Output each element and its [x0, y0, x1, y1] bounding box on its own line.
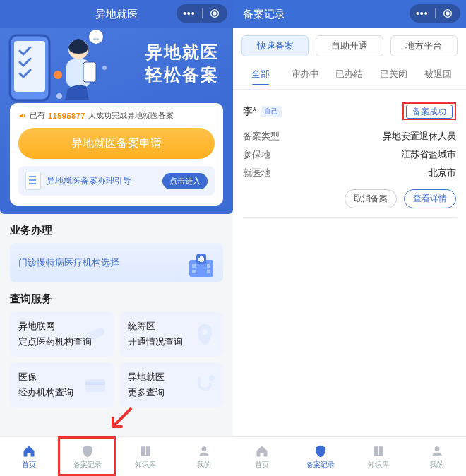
close-icon[interactable] [203, 8, 228, 19]
tab-mine[interactable]: 我的 [175, 437, 234, 476]
count-card: 已有 11595877 人成功完成异地就医备案 异地就医备案申请 异地就医备案办… [10, 103, 223, 206]
svg-point-7 [54, 71, 62, 79]
svg-point-27 [446, 12, 449, 15]
subtab-done[interactable]: 已办结 [328, 64, 372, 85]
svg-rect-16 [192, 264, 196, 268]
tab-bar: 首页 备案记录 知识库 我的 [233, 436, 466, 476]
volume-icon [18, 112, 27, 120]
svg-point-25 [201, 446, 206, 451]
more-icon[interactable]: ••• [410, 8, 435, 19]
left-screen: 异地就医 ••• ... [0, 0, 233, 476]
count-number: 11595877 [48, 112, 85, 120]
svg-point-1 [213, 12, 216, 15]
header: 异地就医 ••• [0, 0, 233, 28]
tab-self-open[interactable]: 自助开通 [316, 35, 383, 56]
book-icon [371, 444, 386, 458]
sub-tabs: 全部 审办中 已办结 已关闭 被退回 [233, 64, 466, 89]
svg-rect-22 [85, 379, 105, 392]
guide-row[interactable]: 异地就医备案办理引导 点击进入 [18, 166, 215, 196]
mini-program-capsule[interactable]: ••• [410, 4, 460, 23]
apply-button[interactable]: 异地就医备案申请 [18, 128, 215, 159]
tab-records[interactable]: 备案记录 [59, 437, 117, 476]
svg-text:...: ... [93, 33, 99, 41]
phone-person-illustration: ... [4, 28, 110, 103]
svg-point-11 [102, 66, 107, 70]
shield-icon [313, 444, 328, 458]
header: 备案记录 ••• [233, 0, 466, 28]
tile-agency-query[interactable]: 医保 经办机构查询 [10, 362, 114, 407]
subtab-all[interactable]: 全部 [239, 64, 283, 85]
card-icon [81, 371, 109, 399]
shield-icon [80, 444, 95, 458]
tile-network-hospital-query[interactable]: 异地联网 定点医药机构查询 [10, 311, 114, 357]
status-badge: 备案成功 [406, 105, 453, 119]
subtab-returned[interactable]: 被退回 [416, 64, 460, 85]
location-icon [191, 320, 219, 348]
svg-rect-18 [207, 264, 210, 268]
tab-quick-record[interactable]: 快速备案 [241, 35, 309, 56]
svg-point-10 [56, 93, 62, 99]
tile-more-query[interactable]: 异地就医 更多查询 [119, 362, 223, 407]
svg-rect-17 [192, 270, 196, 273]
right-screen: 备案记录 ••• 快速备案 自助开通 地方平台 全部 审办中 已办结 已关闭 被… [233, 0, 466, 476]
cancel-record-button[interactable]: 取消备案 [345, 189, 397, 208]
stethoscope-icon [191, 371, 219, 399]
section-title-query: 查询服务 [0, 282, 233, 311]
row-medical-place: 就医地北京市 [243, 164, 456, 182]
svg-point-24 [209, 375, 215, 381]
row-insured-place: 参保地江苏省盐城市 [243, 145, 456, 164]
person-icon [430, 444, 444, 458]
section-title-biz: 业务办理 [0, 214, 233, 243]
guide-enter-button[interactable]: 点击进入 [162, 173, 208, 189]
more-icon[interactable]: ••• [177, 8, 202, 19]
home-icon [255, 444, 269, 458]
hero-banner: ... 异地就医 轻松备案 已有 11595877 人成功完成异地就医备案 异地… [0, 28, 233, 214]
subtab-closed[interactable]: 已关闭 [371, 64, 416, 85]
header-title: 备案记录 [243, 8, 285, 21]
svg-rect-19 [207, 270, 210, 273]
svg-point-21 [202, 329, 208, 335]
record-card: 李* 自己 备案成功 备案类型异地安置退休人员 参保地江苏省盐城市 就医地北京市… [233, 95, 466, 218]
svg-rect-20 [85, 326, 106, 343]
self-tag: 自己 [261, 106, 282, 117]
tab-knowledge[interactable]: 知识库 [116, 437, 175, 476]
red-arrow-icon [106, 405, 134, 434]
home-icon [22, 444, 36, 458]
tile-outpatient-chronic[interactable]: 门诊慢特病医疗机构选择 [10, 243, 223, 282]
tab-home[interactable]: 首页 [0, 437, 59, 476]
svg-rect-6 [83, 62, 96, 82]
tab-knowledge[interactable]: 知识库 [350, 437, 408, 476]
row-record-type: 备案类型异地安置退休人员 [243, 127, 456, 145]
guide-text: 异地就医备案办理引导 [47, 175, 157, 187]
view-detail-button[interactable]: 查看详情 [404, 189, 456, 208]
document-icon [25, 172, 41, 190]
subtab-processing[interactable]: 审办中 [283, 64, 328, 85]
tab-mine[interactable]: 我的 [408, 437, 467, 476]
tab-local-platform[interactable]: 地方平台 [390, 35, 458, 56]
tab-bar: 首页 备案记录 知识库 我的 [0, 436, 233, 476]
top-tabs: 快速备案 自助开通 地方平台 [233, 28, 466, 64]
svg-point-28 [434, 446, 439, 451]
record-name: 李* 自己 [243, 105, 282, 118]
pill-icon [81, 320, 109, 348]
svg-rect-15 [198, 258, 204, 261]
close-icon[interactable] [436, 8, 461, 19]
tab-home[interactable]: 首页 [233, 437, 292, 476]
mini-program-capsule[interactable]: ••• [177, 4, 227, 23]
book-icon [138, 444, 153, 458]
svg-rect-23 [85, 382, 105, 385]
header-title: 异地就医 [95, 8, 138, 21]
person-icon [197, 444, 211, 458]
red-highlight-status: 备案成功 [402, 102, 456, 120]
tile-region-open-query[interactable]: 统筹区 开通情况查询 [119, 311, 223, 357]
hospital-icon [186, 250, 216, 280]
tab-records[interactable]: 备案记录 [292, 437, 350, 476]
